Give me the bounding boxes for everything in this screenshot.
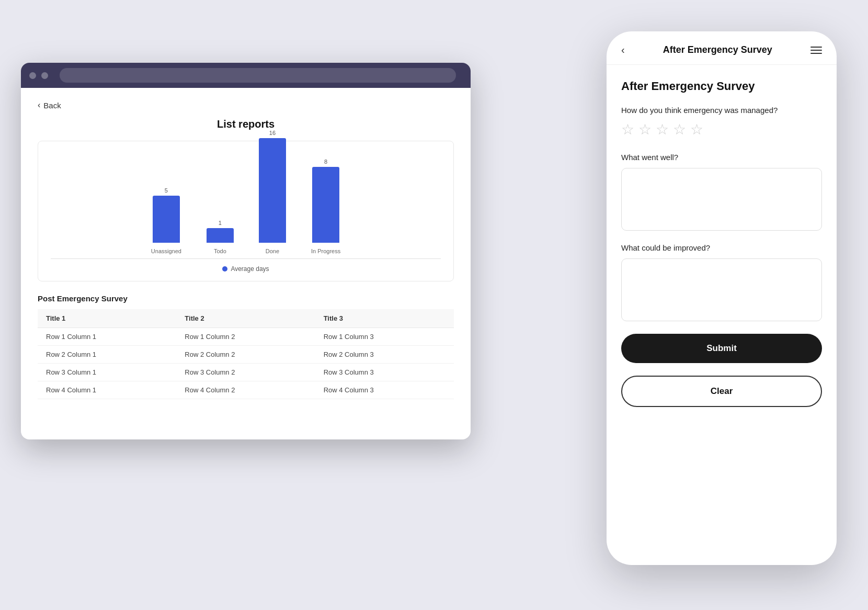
question1-label: What went well?: [621, 153, 822, 162]
star-4[interactable]: ☆: [673, 121, 686, 138]
star-rating[interactable]: ☆ ☆ ☆ ☆ ☆: [621, 121, 822, 138]
question1-block: What went well?: [621, 153, 822, 231]
table-row: Row 4 Column 1 Row 4 Column 2 Row 4 Colu…: [38, 381, 454, 399]
mobile-back-button[interactable]: ‹: [621, 44, 625, 56]
table-cell: Row 1 Column 1: [38, 328, 176, 346]
data-table: Title 1 Title 2 Title 3 Row 1 Column 1 R…: [38, 309, 454, 399]
mobile-nav-title: After Emergency Survey: [663, 44, 772, 55]
table-cell: Row 1 Column 3: [315, 328, 454, 346]
bar-value: 8: [324, 159, 327, 165]
star-2[interactable]: ☆: [638, 121, 652, 138]
menu-line: [810, 50, 822, 51]
question2-textarea[interactable]: [621, 258, 822, 321]
bar-label: Todo: [214, 248, 226, 254]
browser-window: ‹ Back List reports 5 Unassigned 1 Todo …: [21, 63, 471, 439]
legend-dot-icon: [222, 266, 227, 272]
rating-question-label: How do you think emergency was managed?: [621, 106, 822, 115]
browser-content: ‹ Back List reports 5 Unassigned 1 Todo …: [21, 88, 471, 412]
question1-textarea[interactable]: [621, 168, 822, 231]
bar-todo: 1 Todo: [207, 220, 234, 254]
menu-line: [810, 47, 822, 48]
table-header-col1: Title 1: [38, 309, 176, 328]
chart-title: List reports: [38, 118, 454, 130]
back-label: Back: [43, 101, 61, 110]
bar-label: In Progress: [311, 248, 340, 254]
bar-unassigned: 5 Unassigned: [151, 187, 181, 254]
star-1[interactable]: ☆: [621, 121, 634, 138]
bar-label: Done: [266, 248, 279, 254]
table-row: Row 3 Column 1 Row 3 Column 2 Row 3 Colu…: [38, 364, 454, 381]
star-3[interactable]: ☆: [656, 121, 669, 138]
table-cell: Row 1 Column 2: [176, 328, 315, 346]
table-header-col3: Title 3: [315, 309, 454, 328]
table-cell: Row 3 Column 1: [38, 364, 176, 381]
address-bar[interactable]: [60, 68, 456, 83]
table-row: Row 2 Column 1 Row 2 Column 2 Row 2 Colu…: [38, 346, 454, 364]
table-cell: Row 3 Column 3: [315, 364, 454, 381]
bar-label: Unassigned: [151, 248, 181, 254]
bar-rect: [153, 196, 180, 243]
bar-rect: [312, 167, 339, 243]
mobile-device: ‹ After Emergency Survey After Emergency…: [607, 31, 837, 565]
bar-done: 16 Done: [259, 130, 286, 254]
browser-titlebar: [21, 63, 471, 88]
back-arrow-icon: ‹: [38, 100, 40, 110]
survey-section-title: Post Emergency Survey: [38, 294, 454, 303]
window-control: [29, 72, 36, 79]
question2-block: What could be improved?: [621, 243, 822, 321]
legend-label: Average days: [231, 265, 269, 273]
survey-page-title: After Emergency Survey: [621, 80, 822, 93]
table-cell: Row 2 Column 3: [315, 346, 454, 364]
table-cell: Row 4 Column 1: [38, 381, 176, 399]
table-header-col2: Title 2: [176, 309, 315, 328]
clear-button[interactable]: Clear: [621, 376, 822, 407]
rating-question-block: How do you think emergency was managed? …: [621, 106, 822, 140]
submit-button[interactable]: Submit: [621, 334, 822, 363]
window-control: [41, 72, 48, 79]
table-cell: Row 2 Column 1: [38, 346, 176, 364]
bar-value: 16: [269, 130, 276, 136]
bar-inprogress: 8 In Progress: [311, 159, 340, 254]
chart-bars-area: 5 Unassigned 1 Todo 16 Done 8 In: [51, 154, 441, 258]
table-cell: Row 2 Column 2: [176, 346, 315, 364]
question2-label: What could be improved?: [621, 243, 822, 252]
bar-value: 5: [165, 187, 168, 194]
bar-chart: 5 Unassigned 1 Todo 16 Done 8 In: [38, 141, 454, 281]
back-button[interactable]: ‹ Back: [38, 100, 454, 110]
table-cell: Row 4 Column 2: [176, 381, 315, 399]
star-5[interactable]: ☆: [690, 121, 703, 138]
x-axis: [51, 258, 441, 259]
chart-legend: Average days: [51, 265, 441, 273]
table-row: Row 1 Column 1 Row 1 Column 2 Row 1 Colu…: [38, 328, 454, 346]
table-cell: Row 3 Column 2: [176, 364, 315, 381]
hamburger-menu-icon[interactable]: [810, 47, 822, 54]
bar-rect: [259, 138, 286, 243]
table-cell: Row 4 Column 3: [315, 381, 454, 399]
bar-rect: [207, 228, 234, 243]
bar-value: 1: [219, 220, 222, 226]
menu-line: [810, 53, 822, 54]
mobile-body: After Emergency Survey How do you think …: [607, 65, 837, 565]
mobile-topbar: ‹ After Emergency Survey: [607, 31, 837, 65]
